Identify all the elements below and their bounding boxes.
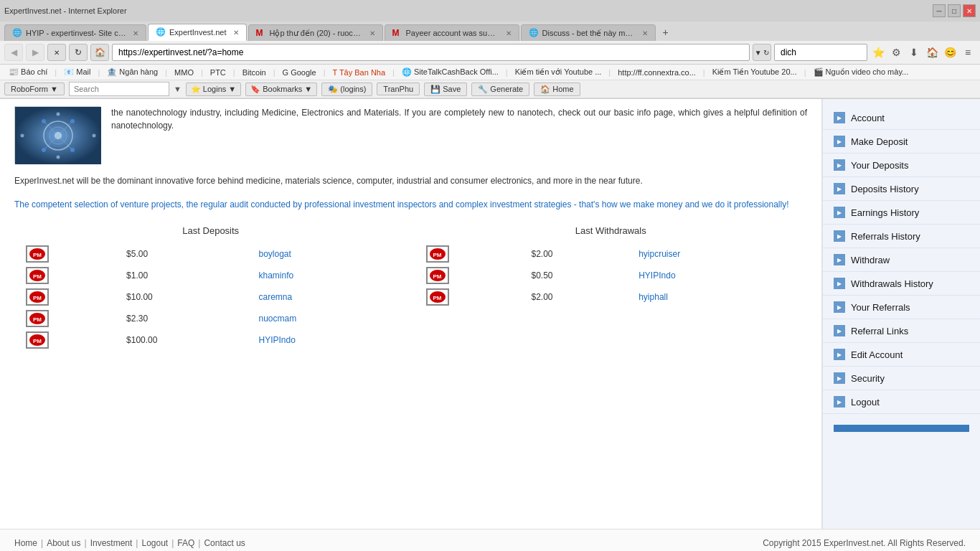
bookmark-connextra[interactable]: http://ff.connextra.co... bbox=[613, 67, 700, 77]
tab-label-gmail1: Hộp thư đến (20) - ruochu... bbox=[270, 29, 363, 38]
nav-bar: ◀ ▶ ✕ ↻ 🏠 ▼ ↻ ⭐ ⚙ ⬇ 🏠 😊 ≡ bbox=[0, 41, 980, 65]
nav-icons: ⭐ ⚙ ⬇ 🏠 😊 ≡ bbox=[870, 44, 976, 60]
footer-home[interactable]: Home bbox=[14, 538, 37, 548]
bookmark-nguon[interactable]: 🎬 Nguồn video cho mày... bbox=[809, 67, 913, 77]
home-button[interactable]: 🏠 bbox=[90, 44, 109, 61]
deposit-user[interactable]: khaminfo bbox=[254, 265, 400, 286]
deposit-user[interactable]: HYIPIndo bbox=[254, 329, 400, 351]
sidebar-item-logout[interactable]: Logout bbox=[823, 390, 980, 414]
tables-section: Last Deposits PM $5.00 boylogat PM bbox=[14, 225, 807, 351]
generate-button[interactable]: 🔧 Generate bbox=[471, 83, 529, 96]
sidebar-item-your-referrals[interactable]: Your Referrals bbox=[823, 296, 980, 319]
bookmark-sitetalkcash[interactable]: 🌐 SiteTalkCashBack Offi... bbox=[397, 67, 503, 77]
refresh-button[interactable]: ↻ bbox=[69, 44, 88, 61]
tab-close-payeer[interactable]: ✕ bbox=[506, 29, 512, 37]
sidebar-item-your-deposits[interactable]: Your Deposits bbox=[823, 154, 980, 177]
intro-text2: ExperInvest.net will be the dominant inn… bbox=[14, 174, 807, 187]
bookmark-ptc[interactable]: PTC bbox=[206, 67, 230, 77]
sidebar-item-referrals-history[interactable]: Referrals History bbox=[823, 225, 980, 248]
bookmark-kiemtien2[interactable]: Kiếm Tiền Youtube 20... bbox=[708, 67, 801, 77]
tab-expertinvest[interactable]: 🌐 ExpertInvest.net ✕ bbox=[148, 24, 247, 41]
menu-icon[interactable]: ≡ bbox=[960, 44, 976, 60]
deposit-user[interactable]: caremna bbox=[254, 286, 400, 308]
footer-investment[interactable]: Investment bbox=[90, 538, 133, 548]
bookmark-tayban[interactable]: T Tây Ban Nha bbox=[329, 67, 390, 77]
pm-icon-cell: PM bbox=[422, 243, 526, 265]
tools-icon[interactable]: ⚙ bbox=[888, 44, 904, 60]
deposit-amount: $5.00 bbox=[121, 243, 254, 265]
page-wrapper: the nanotechnology industry, including M… bbox=[0, 99, 980, 551]
emoji-icon[interactable]: 😊 bbox=[942, 44, 958, 60]
sidebar-item-deposits-history[interactable]: Deposits History bbox=[823, 177, 980, 201]
withdrawal-user[interactable]: hyiphall bbox=[634, 286, 800, 308]
bookmark-nganhang[interactable]: 🏦 Ngân hàng bbox=[103, 67, 162, 77]
footer-contact[interactable]: Contact us bbox=[204, 538, 245, 548]
window-controls: ─ □ ✕ bbox=[933, 4, 976, 17]
tab-close-discuss[interactable]: ✕ bbox=[642, 29, 648, 37]
sidebar-item-security[interactable]: Security bbox=[823, 367, 980, 390]
browser-search-input[interactable] bbox=[774, 44, 867, 61]
tab-gmail1[interactable]: M Hộp thư đến (20) - ruochu... ✕ bbox=[248, 24, 383, 41]
tab-label-hyip: HYIP - expertinvest- Site ch... bbox=[26, 29, 126, 37]
bookmark-baochi[interactable]: 📰 Báo chí bbox=[4, 67, 52, 77]
sidebar-item-earnings-history[interactable]: Earnings History bbox=[823, 201, 980, 225]
bookmarks-bar: 📰 Báo chí | 📧 Mail | 🏦 Ngân hàng | MMO |… bbox=[0, 65, 980, 80]
tab-hyip[interactable]: 🌐 HYIP - expertinvest- Site ch... ✕ bbox=[4, 24, 146, 41]
bookmarks-dropdown[interactable]: 🔖 Bookmarks ▼ bbox=[245, 83, 317, 96]
withdrawal-row: PM $0.50 HYIPIndo bbox=[422, 265, 801, 286]
logins-paren-button[interactable]: 🎭 (logins) bbox=[321, 83, 372, 96]
bookmark-mail[interactable]: 📧 Mail bbox=[60, 67, 95, 77]
roboform-search-input[interactable] bbox=[69, 82, 169, 96]
tab-label-payeer: Payeer account was succes... bbox=[406, 29, 499, 37]
footer-about[interactable]: About us bbox=[47, 538, 80, 548]
sidebar-item-withdraw[interactable]: Withdraw bbox=[823, 248, 980, 272]
maximize-button[interactable]: □ bbox=[948, 4, 961, 17]
bookmark-kiemtien[interactable]: Kiếm tiền với Youtube ... bbox=[511, 67, 606, 77]
sidebar-item-edit-account[interactable]: Edit Account bbox=[823, 343, 980, 367]
sidebar-item-account[interactable]: Account bbox=[823, 106, 980, 130]
download-icon[interactable]: ⬇ bbox=[906, 44, 922, 60]
sidebar-item-withdrawals-history[interactable]: Withdrawals History bbox=[823, 272, 980, 296]
tab-payeer[interactable]: M Payeer account was succes... ✕ bbox=[385, 24, 519, 41]
sidebar-item-label: Edit Account bbox=[851, 349, 903, 360]
roboform-home-button[interactable]: 🏠 Home bbox=[534, 83, 580, 96]
minimize-button[interactable]: ─ bbox=[933, 4, 946, 17]
save-button[interactable]: 💾 Save bbox=[424, 83, 467, 96]
close-button[interactable]: ✕ bbox=[963, 4, 976, 17]
tab-close-gmail1[interactable]: ✕ bbox=[369, 29, 375, 37]
tab-discuss[interactable]: 🌐 Discuss - bet thế này mới g... ✕ bbox=[521, 24, 656, 41]
sidebar-item-make-deposit[interactable]: Make Deposit bbox=[823, 130, 980, 154]
sidebar-arrow-icon bbox=[834, 254, 845, 265]
tranphu-button[interactable]: TranPhu bbox=[377, 83, 420, 95]
roboform-button[interactable]: RoboForm ▼ bbox=[4, 83, 65, 95]
logins-dropdown[interactable]: ⭐ Logins ▼ bbox=[186, 83, 241, 96]
sidebar-item-referral-links[interactable]: Referral Links bbox=[823, 319, 980, 343]
sidebar-item-label: Referral Links bbox=[851, 326, 908, 336]
bookmark-bitcoin[interactable]: Bitcoin bbox=[238, 67, 270, 77]
bookmark-google[interactable]: G Google bbox=[278, 67, 321, 77]
svg-point-9 bbox=[70, 119, 75, 123]
bookmark-mmo[interactable]: MMO bbox=[170, 67, 198, 77]
favorites-icon[interactable]: ⭐ bbox=[870, 44, 886, 60]
pm-icon-cell: PM bbox=[422, 286, 526, 308]
tab-close-expertinvest[interactable]: ✕ bbox=[233, 29, 239, 37]
footer-logout[interactable]: Logout bbox=[141, 538, 168, 548]
new-tab-button[interactable]: + bbox=[657, 24, 674, 41]
deposit-user[interactable]: boylogat bbox=[254, 243, 400, 265]
sidebar-arrow-icon bbox=[834, 301, 845, 313]
stop-button[interactable]: ✕ bbox=[47, 44, 66, 61]
sidebar-arrow-icon bbox=[834, 372, 845, 384]
address-input[interactable] bbox=[112, 44, 750, 61]
forward-button[interactable]: ▶ bbox=[26, 44, 44, 61]
sidebar-arrow-icon bbox=[834, 325, 845, 336]
withdrawal-user[interactable]: hyipcruiser bbox=[634, 243, 800, 265]
back-button[interactable]: ◀ bbox=[4, 44, 23, 61]
tab-close-hyip[interactable]: ✕ bbox=[133, 29, 138, 37]
withdrawal-user[interactable]: HYIPIndo bbox=[634, 265, 800, 286]
go-button[interactable]: ▼ ↻ bbox=[753, 44, 771, 61]
home-nav-icon[interactable]: 🏠 bbox=[924, 44, 940, 60]
deposit-user[interactable]: nuocmam bbox=[254, 308, 400, 329]
withdrawal-row: PM $2.00 hyiphall bbox=[422, 286, 801, 308]
deposit-amount: $1.00 bbox=[121, 265, 254, 286]
footer-faq[interactable]: FAQ bbox=[177, 538, 194, 548]
